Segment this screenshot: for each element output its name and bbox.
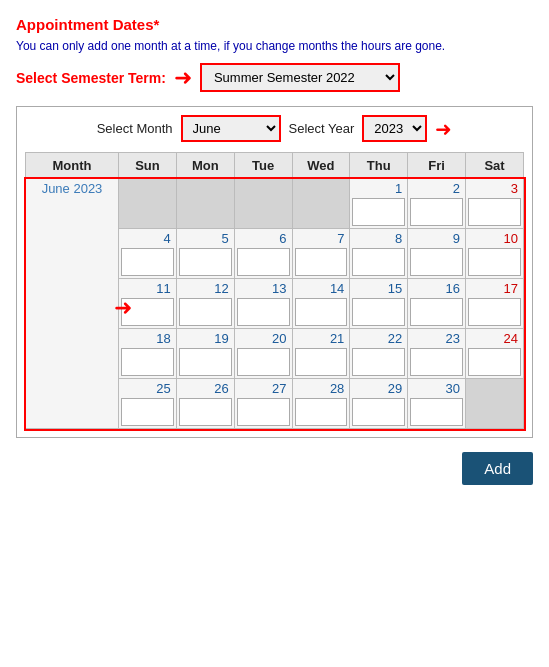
add-button[interactable]: Add <box>462 452 533 485</box>
select-month-label: Select Month <box>97 121 173 136</box>
day-cell: 29 <box>350 379 408 429</box>
day-input-20[interactable] <box>238 349 289 375</box>
day-cell: 14 <box>292 279 350 329</box>
arrow-to-year: ➜ <box>435 117 452 141</box>
day-input-5[interactable] <box>180 249 231 275</box>
month-year-row: Select Month JanuaryFebruaryMarch AprilM… <box>25 115 524 142</box>
day-cell: 24 <box>466 329 524 379</box>
day-input-3[interactable] <box>469 199 520 225</box>
day-input-17[interactable] <box>469 299 520 325</box>
day-cell <box>292 179 350 229</box>
day-input-30[interactable] <box>411 399 462 425</box>
day-cell: 26 <box>176 379 234 429</box>
day-cell: 3 <box>466 179 524 229</box>
col-header-fri: Fri <box>408 153 466 179</box>
col-header-tue: Tue <box>234 153 292 179</box>
select-year-label: Select Year <box>289 121 355 136</box>
col-header-thu: Thu <box>350 153 408 179</box>
day-input-13[interactable] <box>238 299 289 325</box>
day-cell: 13 <box>234 279 292 329</box>
day-cell: 10 <box>466 229 524 279</box>
day-cell: 1 <box>350 179 408 229</box>
bottom-row: Add <box>16 452 533 485</box>
day-cell: 20 <box>234 329 292 379</box>
day-cell: 8 <box>350 229 408 279</box>
day-input-14[interactable] <box>296 299 347 325</box>
month-select[interactable]: JanuaryFebruaryMarch AprilMayJune JulyAu… <box>181 115 281 142</box>
day-cell: 6 <box>234 229 292 279</box>
day-cell <box>118 179 176 229</box>
day-cell: 18 <box>118 329 176 379</box>
day-cell: 19 <box>176 329 234 379</box>
day-input-28[interactable] <box>296 399 347 425</box>
day-input-7[interactable] <box>296 249 347 275</box>
page-title: Appointment Dates* <box>16 16 533 33</box>
day-input-10[interactable] <box>469 249 520 275</box>
day-cell: 25 <box>118 379 176 429</box>
day-cell: 5 <box>176 229 234 279</box>
arrow-to-semester: ➜ <box>174 65 192 91</box>
year-select[interactable]: 202220232024 <box>362 115 427 142</box>
semester-label: Select Semester Term: <box>16 70 166 86</box>
day-input-16[interactable] <box>411 299 462 325</box>
day-input-1[interactable] <box>353 199 404 225</box>
day-cell: 28 <box>292 379 350 429</box>
day-input-15[interactable] <box>353 299 404 325</box>
day-cell: 4 <box>118 229 176 279</box>
col-header-mon: Mon <box>176 153 234 179</box>
day-cell: 16 <box>408 279 466 329</box>
semester-row: Select Semester Term: ➜ Summer Semester … <box>16 63 533 92</box>
day-cell <box>466 379 524 429</box>
col-header-sat: Sat <box>466 153 524 179</box>
month-label-cell: June 2023➜ <box>26 179 119 429</box>
day-cell <box>234 179 292 229</box>
day-input-18[interactable] <box>122 349 173 375</box>
day-cell: 7 <box>292 229 350 279</box>
day-cell: 27 <box>234 379 292 429</box>
day-cell: 22 <box>350 329 408 379</box>
calendar-container: Select Month JanuaryFebruaryMarch AprilM… <box>16 106 533 438</box>
day-input-24[interactable] <box>469 349 520 375</box>
day-input-29[interactable] <box>353 399 404 425</box>
day-input-4[interactable] <box>122 249 173 275</box>
day-input-12[interactable] <box>180 299 231 325</box>
day-cell <box>176 179 234 229</box>
day-cell: 12 <box>176 279 234 329</box>
day-input-21[interactable] <box>296 349 347 375</box>
day-input-9[interactable] <box>411 249 462 275</box>
day-cell: 23 <box>408 329 466 379</box>
day-input-27[interactable] <box>238 399 289 425</box>
col-header-sun: Sun <box>118 153 176 179</box>
day-input-23[interactable] <box>411 349 462 375</box>
day-input-19[interactable] <box>180 349 231 375</box>
col-header-month: Month <box>26 153 119 179</box>
semester-select[interactable]: Summer Semester 2022 Fall Semester 2022 … <box>200 63 400 92</box>
day-input-8[interactable] <box>353 249 404 275</box>
day-input-6[interactable] <box>238 249 289 275</box>
day-cell: 30 <box>408 379 466 429</box>
day-input-22[interactable] <box>353 349 404 375</box>
day-cell: 2 <box>408 179 466 229</box>
day-input-26[interactable] <box>180 399 231 425</box>
calendar-table: Month Sun Mon Tue Wed Thu Fri Sat June 2… <box>25 152 524 429</box>
day-cell: 17 <box>466 279 524 329</box>
info-text: You can only add one month at a time, if… <box>16 39 533 53</box>
day-cell: 15 <box>350 279 408 329</box>
day-cell: 21 <box>292 329 350 379</box>
day-input-2[interactable] <box>411 199 462 225</box>
day-cell: 9 <box>408 229 466 279</box>
col-header-wed: Wed <box>292 153 350 179</box>
arrow-to-calendar: ➜ <box>114 295 132 321</box>
day-input-25[interactable] <box>122 399 173 425</box>
